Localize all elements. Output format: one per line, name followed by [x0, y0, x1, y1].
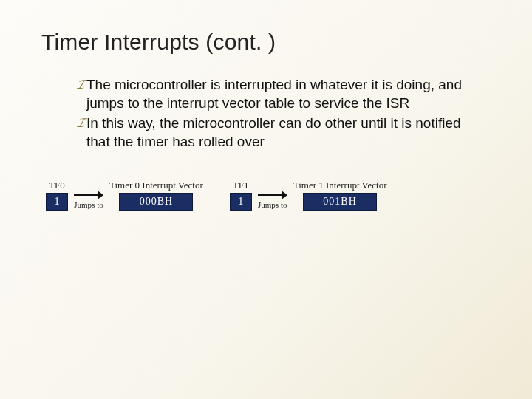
vector-label: Timer 1 Interrupt Vector: [293, 180, 387, 191]
vector-block: Timer 1 Interrupt Vector 001BH: [293, 180, 387, 211]
diagram-group-tf0: TF0 1 Jumps to Timer 0 Interrupt Vector …: [46, 177, 203, 211]
bullet-item: 𝓘 In this way, the microcontroller can d…: [77, 114, 482, 151]
diagram-group-tf1: TF1 1 Jumps to Timer 1 Interrupt Vector …: [230, 177, 387, 211]
bullet-text: The microcontroller is interrupted in wh…: [86, 75, 482, 112]
flag-label: TF1: [233, 180, 249, 191]
bullet-text: In this way, the microcontroller can do …: [86, 114, 482, 151]
flag-block: TF0 1: [46, 180, 68, 211]
jumps-label: Jumps to: [74, 200, 103, 209]
vector-label: Timer 0 Interrupt Vector: [109, 180, 203, 191]
bullet-item: 𝓘 The microcontroller is interrupted in …: [77, 75, 482, 112]
vector-block: Timer 0 Interrupt Vector 000BH: [109, 180, 203, 211]
vector-box: 001BH: [303, 193, 377, 211]
arrow-icon: [258, 191, 287, 200]
arrow-block: Jumps to: [258, 177, 287, 209]
slide: Timer Interrupts (cont. ) 𝓘 The microcon…: [0, 0, 532, 399]
flag-block: TF1 1: [230, 180, 252, 211]
flag-box: 1: [46, 193, 68, 211]
diagram: TF0 1 Jumps to Timer 0 Interrupt Vector …: [41, 177, 497, 211]
flag-box: 1: [230, 193, 252, 211]
flag-label: TF0: [49, 180, 65, 191]
arrow-block: Jumps to: [74, 177, 103, 209]
bullet-icon: 𝓘: [77, 75, 85, 93]
slide-title: Timer Interrupts (cont. ): [41, 30, 497, 55]
vector-box: 000BH: [119, 193, 193, 211]
jumps-label: Jumps to: [258, 200, 287, 209]
bullet-icon: 𝓘: [77, 114, 85, 132]
arrow-icon: [74, 191, 103, 200]
body: 𝓘 The microcontroller is interrupted in …: [41, 75, 497, 151]
